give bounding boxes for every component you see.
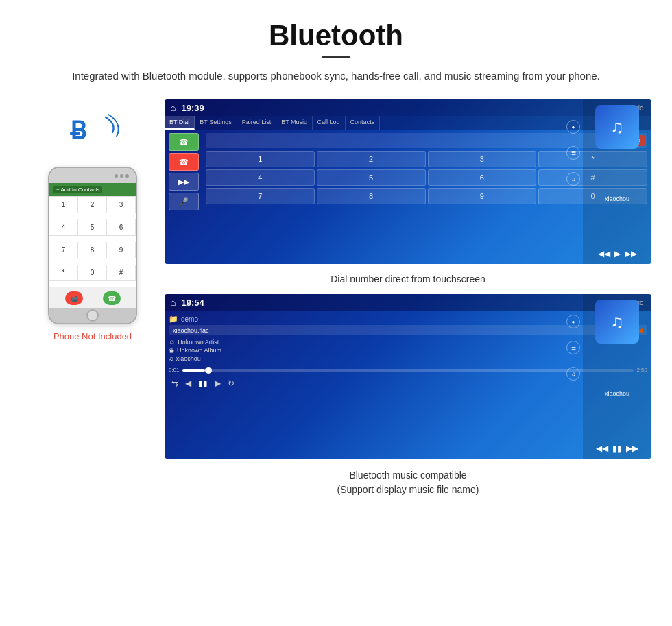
music-title-2: xiaochou xyxy=(605,390,629,397)
next-button-2[interactable]: ▶▶ xyxy=(626,444,638,453)
phone-dial-grid: 1 2 3 4 5 6 7 8 9 * 0 # xyxy=(49,196,136,287)
phone-dial-cell[interactable]: * xyxy=(49,265,78,281)
folder-name: demo xyxy=(181,315,198,323)
prev-button-1[interactable]: ◀◀ xyxy=(598,249,610,258)
dial-key-3[interactable]: 3 xyxy=(428,151,537,167)
tab-contacts[interactable]: Contacts xyxy=(346,116,381,130)
side-icons-2: ● ☰ ♫ xyxy=(566,315,580,381)
phone-top-bar xyxy=(49,168,136,183)
side-icon-vol[interactable]: ♫ xyxy=(566,172,580,186)
progress-dot xyxy=(205,367,212,374)
screen2-time: 19:54 xyxy=(181,298,602,308)
dial-key-9[interactable]: 9 xyxy=(428,188,537,204)
progress-bar-fill xyxy=(182,369,205,372)
phone-column: Ƀ + Add to Contacts 1 2 xyxy=(21,99,165,341)
music-album-art-1: ♫ xyxy=(595,105,639,149)
screen2-music-panel: ♫ xiaochou ◀◀ ▮▮ ▶▶ xyxy=(583,294,651,459)
screen2-home-icon[interactable]: ⌂ xyxy=(170,297,176,308)
screen2-caption-line2: (Support display music file name) xyxy=(165,483,651,497)
screen2-caption-line1: Bluetooth music compatible xyxy=(165,468,651,483)
dial-key-2[interactable]: 2 xyxy=(317,151,426,167)
bluetooth-symbol: Ƀ xyxy=(70,119,87,143)
dial-right-panel: ✕ 1 2 3 * 4 5 6 # 7 8 9 0 xyxy=(206,133,647,210)
next-button-1[interactable]: ▶▶ xyxy=(625,249,637,258)
screen1-time: 19:39 xyxy=(181,103,602,113)
dial-mute-button[interactable]: ▶▶ xyxy=(169,173,199,191)
phone-home-button[interactable] xyxy=(86,309,99,322)
prev-button-2[interactable]: ◀◀ xyxy=(596,444,608,453)
dial-key-5[interactable]: 5 xyxy=(317,169,426,186)
phone-action-row: 📹 ☎ xyxy=(49,287,136,308)
dial-input-row: ✕ xyxy=(206,133,647,148)
screen1-home-icon[interactable]: ⌂ xyxy=(170,102,176,113)
dial-left-actions: ☎ ☎ ▶▶ 🎤 xyxy=(169,133,202,210)
shuffle-icon[interactable]: ⇆ xyxy=(171,378,178,388)
dial-mic-button[interactable]: 🎤 xyxy=(169,193,199,210)
phone-screen: + Add to Contacts 1 2 3 4 5 6 7 8 9 * 0 … xyxy=(49,183,136,308)
album-name: Unknown Album xyxy=(177,347,221,354)
tab-paired-list[interactable]: Paired List xyxy=(237,116,277,130)
phone-dot-2 xyxy=(120,174,123,178)
dial-key-7[interactable]: 7 xyxy=(206,188,315,204)
screens-column: ⌂ 19:39 ↩ Music BT Dial BT Settings Pair… xyxy=(165,99,651,500)
phone-dial-cell[interactable]: 5 xyxy=(78,219,107,236)
phone-not-included-label: Phone Not Included xyxy=(53,331,132,341)
screen1-music-panel: ♫ xiaochou ◀◀ ▶ ▶▶ xyxy=(583,99,651,264)
side-icon-eq-2[interactable]: ☰ xyxy=(566,341,580,354)
music-controls-2: ◀◀ ▮▮ ▶▶ xyxy=(596,444,638,453)
dial-call-button[interactable]: ☎ xyxy=(169,133,199,151)
phone-dial-cell[interactable]: 4 xyxy=(49,219,78,236)
next-icon[interactable]: ▶ xyxy=(215,378,221,388)
phone-dial-cell[interactable]: # xyxy=(107,265,136,281)
dial-key-4[interactable]: 4 xyxy=(206,169,315,186)
side-icon-clock-2[interactable]: ● xyxy=(566,315,580,328)
phone-call-btn[interactable]: ☎ xyxy=(103,291,121,305)
repeat-icon[interactable]: ↻ xyxy=(228,378,235,388)
side-icon-vol-2[interactable]: ♫ xyxy=(566,367,580,381)
phone-dial-cell[interactable]: 8 xyxy=(78,242,107,258)
tab-bt-music[interactable]: BT Music xyxy=(276,116,312,130)
play-pause-button-2[interactable]: ▮▮ xyxy=(612,444,622,453)
screen1-topbar: ⌂ 19:39 ↩ Music xyxy=(165,99,651,116)
page-title: Bluetooth xyxy=(0,0,672,56)
phone-screen-header: + Add to Contacts xyxy=(49,183,136,196)
bluetooth-icon-wrap: Ƀ xyxy=(62,106,123,161)
tab-bt-dial[interactable]: BT Dial xyxy=(165,116,195,130)
prev-icon[interactable]: ◀ xyxy=(185,378,191,388)
tab-bt-settings[interactable]: BT Settings xyxy=(195,116,237,130)
bt-music-screen: ⌂ 19:54 ↩ Music 📁 demo xiaochou.flac ◀ xyxy=(165,294,651,459)
dial-key-6[interactable]: 6 xyxy=(428,169,537,186)
side-icon-eq[interactable]: ☰ xyxy=(566,146,580,160)
phone-dial-cell[interactable]: 7 xyxy=(49,242,78,258)
pause-icon[interactable]: ▮▮ xyxy=(198,378,208,388)
song-icon: ♫ xyxy=(169,355,173,362)
music-album-art-2: ♫ xyxy=(595,300,639,344)
screen2-topbar: ⌂ 19:54 ↩ Music xyxy=(165,294,651,311)
phone-bottom-bar xyxy=(49,308,136,323)
title-divider xyxy=(322,56,350,58)
dial-hangup-button[interactable]: ☎ xyxy=(169,153,199,171)
phone-dial-cell[interactable]: 2 xyxy=(78,197,107,213)
artist-name: Unknown Artist xyxy=(178,339,219,346)
phone-mockup: + Add to Contacts 1 2 3 4 5 6 7 8 9 * 0 … xyxy=(48,167,137,324)
phone-dial-cell[interactable]: 3 xyxy=(107,197,136,213)
phone-dot-3 xyxy=(125,174,129,178)
phone-dial-cell[interactable]: 1 xyxy=(49,197,78,213)
time-start: 0:01 xyxy=(169,367,180,373)
play-button-1[interactable]: ▶ xyxy=(614,249,621,258)
dial-key-8[interactable]: 8 xyxy=(317,188,426,204)
phone-add-contacts: + Add to Contacts xyxy=(53,186,102,193)
dial-key-1[interactable]: 1 xyxy=(206,151,315,167)
phone-dial-cell[interactable]: 9 xyxy=(107,242,136,258)
screen2-caption: Bluetooth music compatible (Support disp… xyxy=(165,464,651,500)
phone-dial-cell[interactable]: 6 xyxy=(107,219,136,236)
tab-call-log[interactable]: Call Log xyxy=(313,116,346,130)
phone-dial-cell[interactable]: 0 xyxy=(78,265,107,281)
phone-video-btn[interactable]: 📹 xyxy=(65,291,83,305)
folder-icon: 📁 xyxy=(169,315,178,324)
screen1-caption: Dial number direct from touchscreen xyxy=(165,269,651,294)
dial-numpad: 1 2 3 * 4 5 6 # 7 8 9 0 xyxy=(206,151,647,204)
content-area: Ƀ + Add to Contacts 1 2 xyxy=(0,99,672,500)
subtitle-text: Integrated with Bluetooth module, suppor… xyxy=(0,68,672,84)
side-icon-clock[interactable]: ● xyxy=(566,120,580,134)
